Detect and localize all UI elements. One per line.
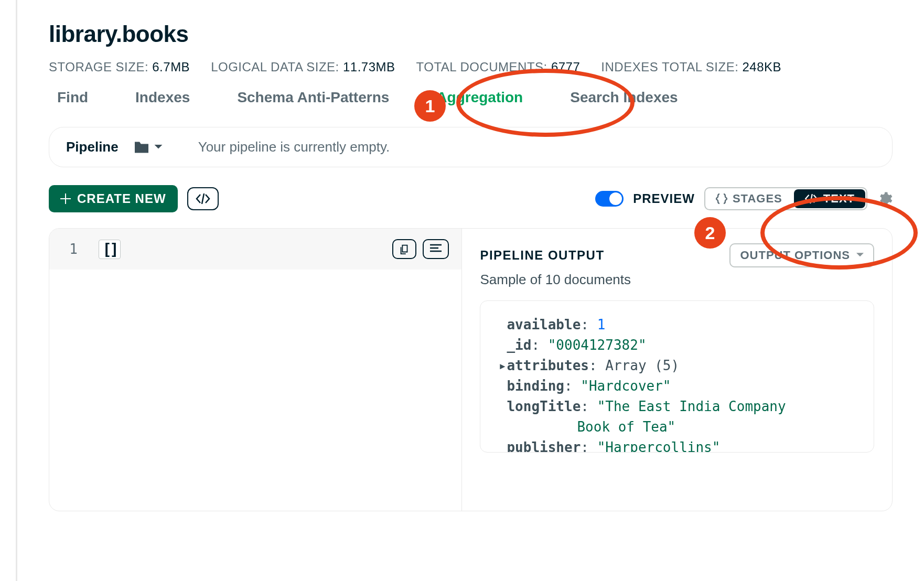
pipeline-folder-dropdown[interactable] (133, 141, 163, 154)
chevron-down-icon (856, 253, 864, 258)
doc-key: longTitle (507, 399, 581, 414)
tab-aggregation[interactable]: Aggregation (436, 89, 523, 106)
copy-button[interactable] (392, 239, 416, 259)
create-new-label: CREATE NEW (77, 191, 166, 206)
code-icon (196, 193, 210, 204)
settings-button[interactable] (877, 191, 893, 207)
tab-schema-anti-patterns[interactable]: Schema Anti-Patterns (237, 89, 389, 106)
logical-size-label: LOGICAL DATA SIZE: (211, 60, 343, 74)
doc-value: "The East India Company (597, 399, 786, 414)
logical-size-value: 11.73MB (343, 60, 395, 74)
code-icon (804, 194, 818, 203)
total-documents-label: TOTAL DOCUMENTS: (416, 60, 551, 74)
document-preview: available: 1 _id: "0004127382" ▸attribut… (480, 300, 874, 453)
editor-pane: 1 [] (49, 229, 462, 511)
view-mode-segmented: STAGES TEXT (704, 187, 867, 210)
braces-icon (716, 193, 727, 205)
pipeline-bar: Pipeline Your pipeline is currently empt… (49, 127, 893, 167)
gear-icon (877, 191, 893, 207)
stages-mode-button[interactable]: STAGES (705, 188, 793, 209)
storage-size-value: 6.7MB (152, 60, 190, 74)
output-pane: PIPELINE OUTPUT OUTPUT OPTIONS Sample of… (462, 229, 892, 511)
text-mode-button[interactable]: TEXT (794, 189, 865, 208)
editor-content[interactable]: [] (99, 240, 121, 259)
text-mode-label: TEXT (823, 192, 855, 206)
doc-value: "Hardcover" (581, 378, 671, 394)
doc-value: Array (5) (605, 358, 679, 373)
doc-value: "Harpercollins" (597, 439, 721, 453)
plus-icon (60, 193, 71, 204)
output-options-label: OUTPUT OPTIONS (740, 249, 850, 262)
output-title: PIPELINE OUTPUT (480, 248, 604, 263)
doc-key: binding (507, 378, 564, 394)
line-number: 1 (62, 241, 78, 257)
pipeline-empty-text: Your pipeline is currently empty. (198, 139, 390, 155)
folder-icon (133, 141, 150, 154)
doc-value: 1 (597, 317, 606, 332)
storage-size-label: STORAGE SIZE: (49, 60, 152, 74)
doc-key: _id (507, 337, 531, 353)
tab-find[interactable]: Find (57, 89, 88, 106)
content-panes: 1 [] PIPELINE OUTPUT OUTPUT OPTIONS (49, 228, 893, 511)
total-documents-value: 6777 (551, 60, 580, 74)
doc-key: attributes (507, 358, 589, 373)
pipeline-label: Pipeline (66, 139, 119, 155)
chevron-down-icon (154, 145, 163, 150)
preview-label: PREVIEW (633, 191, 695, 206)
doc-key: available (507, 317, 581, 332)
code-toggle-button[interactable] (187, 187, 219, 210)
output-options-button[interactable]: OUTPUT OPTIONS (729, 243, 874, 267)
indexes-size-value: 248KB (742, 60, 781, 74)
stages-mode-label: STAGES (733, 192, 782, 206)
tab-indexes[interactable]: Indexes (135, 89, 190, 106)
toolbar: CREATE NEW PREVIEW STAGES TEXT (49, 185, 893, 212)
doc-key: publisher (507, 439, 581, 453)
create-new-button[interactable]: CREATE NEW (49, 185, 178, 212)
sample-text: Sample of 10 documents (480, 272, 874, 288)
page-title: library.books (49, 21, 893, 47)
tab-search-indexes[interactable]: Search Indexes (570, 89, 678, 106)
copy-icon (399, 243, 410, 255)
format-icon (429, 243, 443, 253)
doc-value: Book of Tea" (577, 419, 675, 435)
doc-value: "0004127382" (548, 337, 647, 353)
tabs: Find Indexes Schema Anti-Patterns Aggreg… (49, 89, 893, 106)
indexes-size-label: INDEXES TOTAL SIZE: (601, 60, 742, 74)
stats-bar: STORAGE SIZE: 6.7MB LOGICAL DATA SIZE: 1… (49, 60, 893, 74)
expand-caret-icon[interactable]: ▸ (498, 356, 507, 376)
format-button[interactable] (423, 239, 449, 259)
preview-toggle[interactable] (595, 191, 624, 207)
